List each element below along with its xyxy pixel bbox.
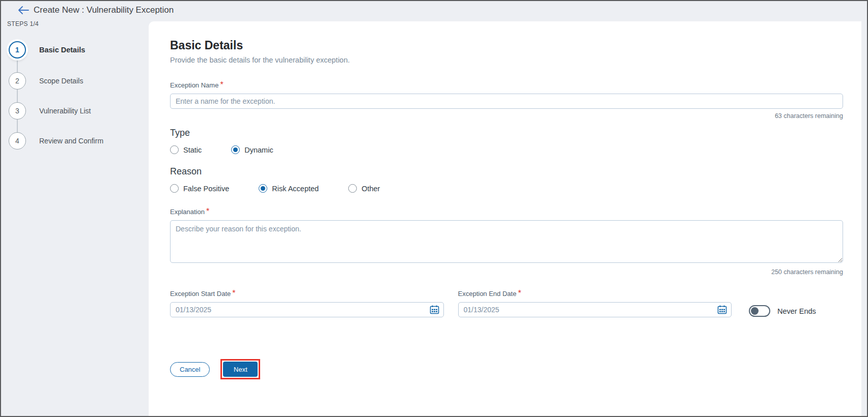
- calendar-icon[interactable]: [430, 305, 439, 315]
- radio-icon: [231, 145, 240, 154]
- basic-details-panel: Basic Details Provide the basic details …: [149, 21, 861, 416]
- section-title: Basic Details: [170, 39, 843, 52]
- section-subtitle: Provide the basic details for the vulner…: [170, 56, 843, 64]
- required-asterisk: *: [220, 80, 223, 89]
- steps-progress-label: STEPS 1/4: [7, 20, 39, 27]
- dates-row: Exception Start Date* Exc: [170, 289, 843, 317]
- header-bar: Create New : Vulnerability Exception: [1, 1, 867, 19]
- type-radio-group: Static Dynamic: [170, 145, 843, 154]
- next-button-highlight-box: Next: [220, 359, 260, 379]
- back-arrow-icon[interactable]: [17, 4, 30, 16]
- cancel-button[interactable]: Cancel: [170, 362, 210, 377]
- step-basic-details[interactable]: 1 Basic Details: [9, 41, 85, 58]
- stepper-connector-line: [17, 50, 18, 141]
- type-radio-dynamic[interactable]: Dynamic: [231, 145, 273, 154]
- required-asterisk: *: [206, 207, 209, 216]
- step-number-badge: 2: [9, 72, 26, 90]
- name-chars-remaining: 63 characters remaining: [170, 112, 843, 120]
- radio-label: False Positive: [183, 185, 229, 193]
- start-date-input[interactable]: [170, 302, 444, 317]
- step-label: Vulnerability List: [39, 107, 91, 115]
- next-button[interactable]: Next: [223, 362, 258, 377]
- radio-label: Risk Accepted: [272, 185, 319, 193]
- start-date-label: Exception Start Date: [170, 290, 231, 297]
- reason-radio-risk-accepted[interactable]: Risk Accepted: [259, 184, 319, 193]
- action-buttons-row: Cancel Next: [170, 359, 843, 379]
- end-date-label: Exception End Date: [458, 290, 517, 297]
- type-heading: Type: [170, 128, 843, 138]
- explanation-label: Explanation: [170, 208, 205, 216]
- calendar-icon[interactable]: [717, 305, 727, 315]
- radio-label: Dynamic: [244, 146, 273, 154]
- exception-name-label: Exception Name: [170, 81, 218, 89]
- radio-icon: [259, 184, 267, 193]
- radio-label: Static: [183, 146, 202, 154]
- step-label: Basic Details: [39, 46, 85, 54]
- reason-radio-group: False Positive Risk Accepted Other: [170, 184, 843, 193]
- never-ends-label: Never Ends: [777, 307, 816, 315]
- create-exception-window: Create New : Vulnerability Exception STE…: [0, 0, 868, 417]
- step-review-confirm[interactable]: 4 Review and Confirm: [9, 132, 103, 150]
- step-label: Scope Details: [39, 77, 83, 85]
- radio-label: Other: [361, 185, 380, 193]
- exception-name-input[interactable]: [170, 94, 843, 109]
- end-date-input[interactable]: [458, 302, 732, 317]
- never-ends-toggle[interactable]: [749, 305, 770, 317]
- explanation-textarea[interactable]: [170, 220, 843, 263]
- radio-icon: [348, 184, 357, 193]
- step-number-badge: 4: [9, 132, 26, 150]
- step-vulnerability-list[interactable]: 3 Vulnerability List: [9, 102, 91, 120]
- explanation-chars-remaining: 250 characters remaining: [170, 269, 843, 276]
- type-radio-static[interactable]: Static: [170, 145, 202, 154]
- required-asterisk: *: [518, 289, 521, 297]
- step-number-badge: 1: [9, 41, 26, 58]
- step-scope-details[interactable]: 2 Scope Details: [9, 72, 83, 90]
- step-number-badge: 3: [9, 102, 26, 120]
- radio-icon: [170, 184, 179, 193]
- required-asterisk: *: [232, 289, 235, 297]
- radio-icon: [170, 145, 179, 154]
- page-title: Create New : Vulnerability Exception: [34, 5, 174, 15]
- reason-radio-other[interactable]: Other: [348, 184, 380, 193]
- reason-heading: Reason: [170, 166, 843, 177]
- step-label: Review and Confirm: [39, 137, 103, 145]
- reason-radio-false-positive[interactable]: False Positive: [170, 184, 229, 193]
